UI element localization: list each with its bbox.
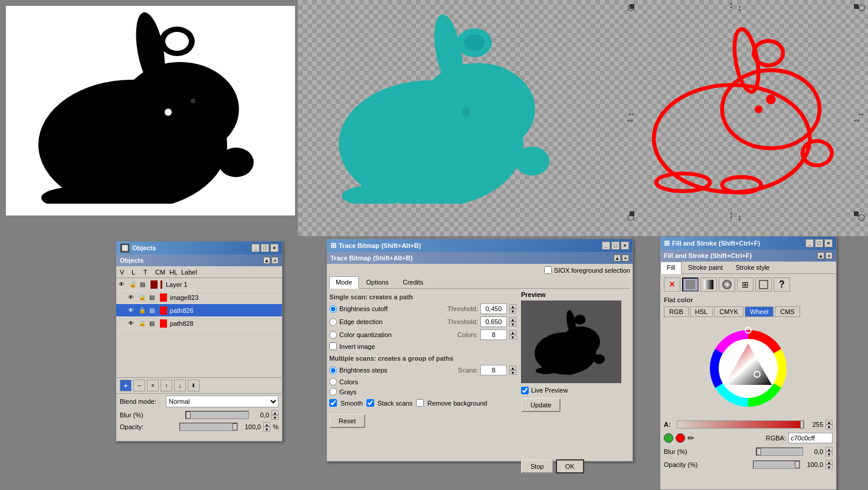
wheel-btn[interactable]: Wheel [745, 306, 774, 317]
tab-stroke-style[interactable]: Stroke style [729, 262, 776, 273]
close-btn[interactable]: × [270, 244, 279, 252]
stack-checkbox[interactable] [366, 399, 374, 407]
alpha-up[interactable]: ▲ [826, 420, 833, 424]
opacity-slider[interactable] [179, 423, 238, 431]
threshold-down-1[interactable]: ▼ [509, 309, 516, 313]
fill-close-btn[interactable]: × [824, 239, 833, 247]
lock-icon-path826[interactable]: 🔒 [139, 307, 148, 313]
threshold-value-1[interactable] [480, 303, 507, 314]
eyedropper-icon[interactable]: ✏ [687, 433, 697, 443]
fill-blur-down[interactable]: ▼ [826, 452, 833, 456]
lock-icon-path828[interactable]: 🔒 [139, 320, 148, 326]
brightness-cutoff-radio[interactable] [329, 305, 337, 313]
colors-up[interactable]: ▲ [509, 330, 516, 335]
trace-minimize-btn[interactable]: _ [602, 241, 610, 250]
trace-inner-btn2[interactable]: × [622, 254, 629, 262]
brightness-steps-radio[interactable] [329, 367, 337, 374]
invert-checkbox[interactable] [329, 342, 337, 350]
tab-mode[interactable]: Mode [329, 276, 359, 289]
tab-credits[interactable]: Credits [396, 276, 430, 288]
remove-bg-checkbox[interactable] [416, 399, 424, 407]
colors-value[interactable] [480, 329, 507, 340]
fill-swatch-btn[interactable] [755, 277, 772, 292]
objects-inner-btn2[interactable]: × [271, 257, 279, 264]
blur-down[interactable]: ▼ [271, 415, 279, 420]
scans-up[interactable]: ▲ [509, 365, 516, 370]
fill-pattern-btn[interactable]: ⊞ [737, 277, 754, 292]
handle-tr[interactable]: ⬡ [858, 3, 865, 12]
layer-settings-btn[interactable]: ≡ [147, 380, 159, 391]
fill-blur-slider[interactable] [756, 447, 803, 456]
colors-down[interactable]: ▼ [509, 335, 516, 339]
fill-flat-btn[interactable] [682, 277, 699, 292]
threshold-up-2[interactable]: ▲ [509, 317, 516, 322]
opacity-up[interactable]: ▲ [263, 422, 270, 427]
grays-radio[interactable] [329, 388, 337, 396]
fill-opacity-slider[interactable] [753, 460, 800, 469]
cms-btn[interactable]: CMS [775, 306, 800, 317]
alpha-slider[interactable] [677, 420, 804, 429]
handle-bl[interactable]: ⬡ [627, 213, 634, 222]
lock-icon-layer1[interactable]: 🔒 [129, 281, 139, 288]
handle-tl[interactable]: ⬡ [627, 3, 634, 12]
layer-row-path826[interactable]: 👁 🔒 ▤ path826 [116, 304, 282, 317]
threshold-up-1[interactable]: ▲ [509, 304, 516, 309]
minimize-btn[interactable]: _ [251, 244, 260, 252]
color-quantization-radio[interactable] [329, 331, 337, 339]
fill-linear-btn[interactable] [700, 277, 717, 292]
colors-multi-radio[interactable] [329, 378, 337, 386]
siox-checkbox[interactable] [544, 266, 552, 274]
current-color-icon[interactable] [676, 433, 685, 443]
maximize-btn[interactable]: □ [261, 244, 269, 252]
rgb-btn[interactable]: RGB [664, 306, 689, 317]
fill-minimize-btn[interactable]: _ [805, 239, 814, 247]
hsl-btn[interactable]: HSL [690, 306, 713, 317]
stop-btn[interactable]: Stop [521, 459, 553, 473]
layer-up-btn[interactable]: ↑ [161, 380, 172, 391]
eye-icon-path826[interactable]: 👁 [128, 307, 137, 313]
layer-down-btn[interactable]: ↓ [174, 380, 186, 391]
cmyk-btn[interactable]: CMYK [714, 306, 743, 317]
rgba-input[interactable] [788, 433, 833, 443]
handle-bc[interactable]: ↕ [738, 213, 742, 222]
layer-row-path828[interactable]: 👁 🔒 ▤ path828 [116, 317, 282, 330]
layer-export-btn[interactable]: ⬇ [188, 380, 199, 391]
tab-fill[interactable]: Fill [660, 262, 682, 274]
fill-inner-btn2[interactable]: × [826, 252, 833, 259]
layer-row-image823[interactable]: 👁 🔒 ▤ image823 [116, 291, 282, 304]
edge-detection-radio[interactable] [329, 318, 337, 326]
ok-btn[interactable]: OK [556, 459, 584, 473]
blend-select[interactable]: Normal [166, 396, 279, 407]
objects-inner-btn1[interactable]: ▲ [263, 257, 270, 264]
trace-close-btn[interactable]: × [621, 241, 629, 250]
fill-inner-btn1[interactable]: ▲ [817, 252, 824, 259]
trace-inner-btn1[interactable]: ▲ [614, 254, 621, 262]
handle-br[interactable]: ⬡ [858, 213, 865, 222]
smooth-checkbox[interactable] [329, 399, 337, 407]
eye-icon-path828[interactable]: 👁 [128, 320, 137, 326]
scans-down[interactable]: ▼ [509, 370, 516, 375]
update-btn[interactable]: Update [521, 398, 561, 412]
scans-value[interactable] [480, 365, 507, 375]
trace-maximize-btn[interactable]: □ [611, 241, 620, 250]
threshold-value-2[interactable] [480, 316, 507, 327]
add-layer-btn[interactable]: + [120, 380, 132, 391]
fill-opacity-down[interactable]: ▼ [826, 465, 833, 469]
lock-icon-image823[interactable]: 🔒 [139, 294, 148, 300]
fill-unknown-btn[interactable]: ? [774, 277, 790, 292]
fill-blur-up[interactable]: ▲ [826, 447, 833, 452]
reset-btn[interactable]: Reset [329, 414, 365, 428]
blur-slider[interactable] [185, 411, 250, 419]
alpha-down[interactable]: ▼ [826, 424, 833, 429]
fill-maximize-btn[interactable]: □ [815, 239, 823, 247]
tab-options[interactable]: Options [360, 276, 395, 288]
eye-icon-layer1[interactable]: 👁 [119, 281, 128, 288]
fill-radial-btn[interactable] [719, 277, 735, 292]
handle-tc[interactable]: ↕ [738, 3, 742, 12]
layer-row-layer1[interactable]: 👁 🔒 ▤ Layer 1 [116, 278, 282, 291]
fill-none-btn[interactable]: × [664, 277, 680, 292]
blur-up[interactable]: ▲ [271, 410, 279, 415]
color-picker-icon[interactable] [664, 433, 673, 443]
handle-mr[interactable]: ↔ [857, 109, 865, 119]
fill-opacity-up[interactable]: ▲ [826, 460, 833, 465]
